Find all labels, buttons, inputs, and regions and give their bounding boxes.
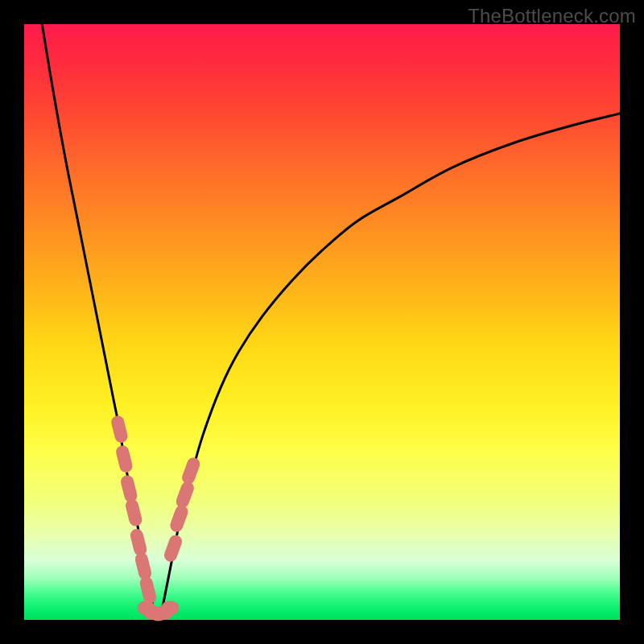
data-marker	[183, 488, 188, 502]
data-marker	[142, 559, 145, 573]
chart-frame: TheBottleneck.com	[0, 0, 644, 644]
curves-svg	[24, 24, 620, 620]
data-marker	[137, 535, 140, 549]
data-marker	[118, 422, 121, 436]
data-marker	[171, 542, 175, 555]
data-marker	[127, 481, 130, 495]
data-marker	[147, 583, 150, 597]
curve-right-arm	[161, 114, 620, 614]
data-marker	[188, 464, 193, 478]
data-marker	[161, 601, 179, 615]
data-marker	[176, 512, 181, 526]
plot-area	[24, 24, 620, 620]
data-marker	[122, 452, 126, 465]
data-marker	[132, 506, 135, 519]
